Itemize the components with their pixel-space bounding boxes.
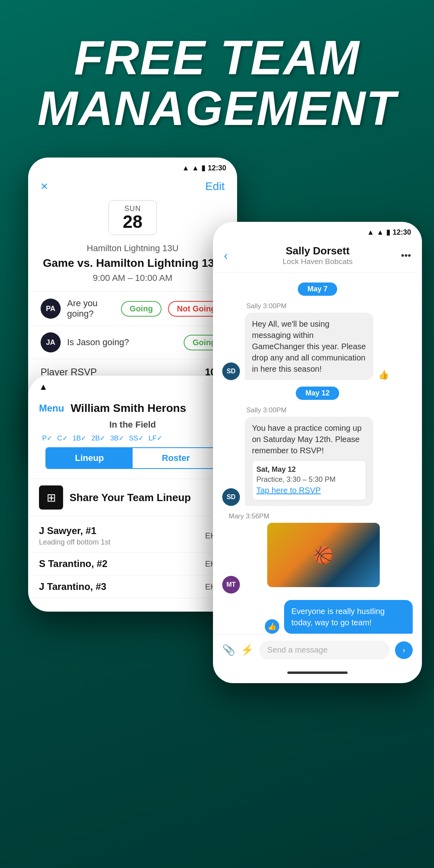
messaging-header: ‹ Sally Dorsett Lock Haven Bobcats ••• bbox=[214, 240, 421, 273]
rsvp-row-1: PA Are you going? Going Not Going bbox=[29, 291, 236, 326]
message-row-1: SD Hey All, we'll be using messaging wit… bbox=[222, 313, 413, 380]
message-row-4: 👍 Everyone is really hustling today, way… bbox=[222, 600, 413, 634]
contact-name: Sally Dorsett bbox=[234, 245, 401, 257]
event-name-msg: Practice, 3:30 – 5:30 PM bbox=[256, 475, 362, 485]
day-number: 28 bbox=[119, 213, 147, 231]
player-name-3: J Tarantino, #3 bbox=[39, 581, 106, 592]
message-row-2: SD You have a practice coming up on Satu… bbox=[222, 417, 413, 506]
sender-label-1: Sally 3:00PM bbox=[222, 302, 413, 310]
rsvp-question-1: Are you going? bbox=[67, 298, 115, 319]
status-bar-3: ▲ bbox=[29, 377, 236, 395]
message-bubble-4: Everyone is really hustling today, way t… bbox=[284, 600, 413, 634]
event-date-msg: Sat, May 12 bbox=[256, 465, 362, 475]
status-bar-1: ▲ ▲ ▮ 12:30 bbox=[29, 159, 236, 176]
field-label: In the Field bbox=[39, 420, 226, 430]
status-bar-2: ▲ ▲ ▮ 12:30 bbox=[214, 223, 421, 240]
event-info: Hamilton Lightning 13U Game vs. Hamilton… bbox=[29, 243, 236, 291]
wifi-icon-3: ▲ bbox=[39, 382, 48, 392]
lineup-item-main-2: S Tarantino, #2 EH ≡ bbox=[39, 558, 226, 569]
edit-button[interactable]: Edit bbox=[205, 180, 225, 193]
lineup-item-3: J Tarantino, #3 EH ≡ bbox=[29, 575, 236, 598]
status-time-2: 12:30 bbox=[393, 228, 411, 237]
date-pill-1: May 7 bbox=[298, 283, 337, 296]
share-text: Share Your Team Lineup bbox=[70, 491, 191, 504]
positions-row: P✓ C✓ 1B✓ 2B✓ 3B✓ SS✓ LF✓ bbox=[39, 434, 226, 442]
wifi-icon: ▲ bbox=[182, 164, 189, 172]
avatar-pa: PA bbox=[41, 299, 61, 319]
battery-icon: ▮ bbox=[201, 164, 205, 172]
rsvp-link[interactable]: Tap here to RSVP bbox=[256, 485, 362, 496]
wifi-icon-2: ▲ bbox=[367, 228, 374, 237]
share-lineup-row: ⊞ Share Your Team Lineup bbox=[29, 479, 236, 516]
avatar-sd-1: SD bbox=[222, 362, 240, 380]
battery-icon-2: ▮ bbox=[386, 228, 390, 237]
going-button-1[interactable]: Going bbox=[121, 301, 162, 317]
message-row-3: MT 🏀 bbox=[222, 523, 413, 594]
basketball-image: 🏀 bbox=[267, 523, 380, 587]
like-icon-sent[interactable]: 👍 bbox=[265, 619, 279, 634]
messages-area: May 7 Sally 3:00PM SD Hey All, we'll be … bbox=[214, 273, 421, 635]
back-button[interactable]: ‹ bbox=[224, 249, 228, 262]
avatar-sd-2: SD bbox=[222, 488, 240, 506]
close-button[interactable]: × bbox=[41, 179, 48, 194]
date-pill-2: May 12 bbox=[296, 387, 339, 400]
date-badge: SUN 28 bbox=[108, 200, 157, 235]
player-sub-1: Leading off bottom 1st bbox=[39, 538, 111, 547]
like-button-1[interactable]: 👍 bbox=[378, 370, 389, 380]
signal-icon: ▲ bbox=[192, 164, 199, 172]
hero-title: FREE TEAM MANAGEMENT bbox=[0, 0, 434, 149]
player-name-2: S Tarantino, #2 bbox=[39, 558, 107, 569]
tab-lineup[interactable]: Lineup bbox=[46, 448, 133, 468]
team-name: William Smith Herons bbox=[71, 402, 186, 415]
lineup-header: Menu William Smith Herons In the Field P… bbox=[29, 395, 236, 479]
signal-icon-2: ▲ bbox=[377, 228, 384, 237]
send-button[interactable]: › bbox=[395, 641, 413, 659]
event-title: Game vs. Hamilton Lightning 13U bbox=[41, 257, 225, 270]
player-name-1: J Sawyer, #1 bbox=[39, 525, 111, 536]
message-input-row: 📎 ⚡ Send a message › bbox=[214, 635, 421, 665]
lineup-item-2: S Tarantino, #2 EH ≡ bbox=[29, 553, 236, 575]
menu-button[interactable]: Menu bbox=[39, 403, 64, 414]
pos-ss: SS✓ bbox=[129, 434, 144, 442]
qr-icon: ⊞ bbox=[39, 485, 63, 510]
phone-lineup: ▲ Menu William Smith Herons In the Field… bbox=[28, 376, 237, 612]
message-bubble-2: You have a practice coming up on Saturda… bbox=[245, 417, 373, 506]
sender-label-3: Mary 3:56PM bbox=[222, 512, 413, 520]
sender-label-2: Sally 3:00PM bbox=[222, 406, 413, 414]
pos-3b: 3B✓ bbox=[110, 434, 124, 442]
lineup-item-main-3: J Tarantino, #3 EH ≡ bbox=[39, 581, 226, 592]
pos-lf: LF✓ bbox=[149, 434, 162, 442]
contact-info: Sally Dorsett Lock Haven Bobcats bbox=[234, 245, 401, 266]
pos-c: C✓ bbox=[57, 434, 68, 442]
event-subtitle: Hamilton Lightning 13U bbox=[41, 243, 225, 254]
pos-1b: 1B✓ bbox=[73, 434, 87, 442]
rsvp-row-2: JA Is Jason going? Going bbox=[29, 326, 236, 359]
rsvp-question-2: Is Jason going? bbox=[67, 337, 177, 348]
pos-p: P✓ bbox=[42, 434, 52, 442]
pos-2b: 2B✓ bbox=[91, 434, 105, 442]
event-time: 9:00 AM – 10:00 AM bbox=[41, 273, 225, 283]
status-time-1: 12:30 bbox=[208, 164, 226, 172]
contact-sub: Lock Haven Bobcats bbox=[234, 257, 401, 266]
message-bubble-1: Hey All, we'll be using messaging within… bbox=[245, 313, 373, 380]
more-options-button[interactable]: ••• bbox=[401, 250, 411, 261]
phone-messaging: ▲ ▲ ▮ 12:30 ‹ Sally Dorsett Lock Haven B… bbox=[213, 222, 422, 683]
event-header: × Edit bbox=[29, 176, 236, 200]
lineup-item-1: J Sawyer, #1 Leading off bottom 1st EH ≡ bbox=[29, 520, 236, 553]
image-placeholder: 🏀 bbox=[267, 523, 380, 587]
bolt-icon[interactable]: ⚡ bbox=[241, 644, 254, 656]
tab-roster[interactable]: Roster bbox=[133, 448, 219, 468]
home-indicator-2 bbox=[287, 671, 348, 674]
lineup-tabs: Lineup Roster bbox=[45, 447, 220, 469]
lineup-title-row: Menu William Smith Herons bbox=[39, 402, 226, 415]
lineup-item-main-1: J Sawyer, #1 Leading off bottom 1st EH ≡ bbox=[39, 525, 226, 547]
message-input[interactable]: Send a message bbox=[259, 641, 389, 659]
attachment-icon[interactable]: 📎 bbox=[222, 644, 235, 656]
avatar-ja: JA bbox=[41, 332, 61, 352]
avatar-mt: MT bbox=[222, 576, 240, 594]
